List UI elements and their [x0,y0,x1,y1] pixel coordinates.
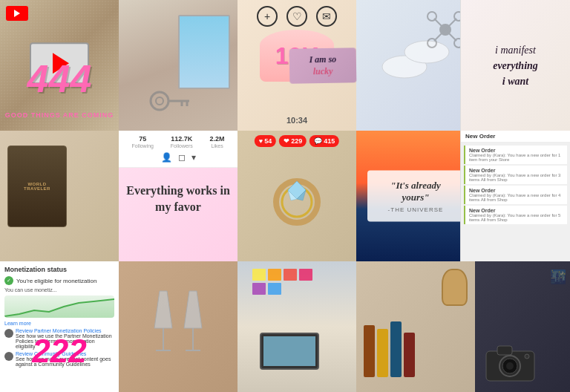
sticky-2 [268,269,281,281]
person-icon: 👤 [161,152,172,163]
monetization-header: Monetization status [4,266,114,273]
passport-bg: WORLD TRAVELER [0,131,119,261]
drone-bg [356,0,475,131]
tiktok-counters: ♥ 54 ❤ 229 💬 415 [255,135,339,147]
check-icon: ✓ [4,276,13,285]
svg-point-10 [428,12,436,21]
sticky-3 [284,269,297,281]
cell-books [356,261,475,392]
svg-point-30 [506,362,514,370]
cell-keys-apartment [119,0,238,131]
cell-youtube-444: 444 GOOD THINGS ARE COMING [0,0,119,131]
lucky-banner: I am so lucky [289,48,357,84]
svg-point-12 [428,39,436,48]
cell-drinks [119,261,238,392]
number-444: 444 [27,56,92,101]
cell-passport: WORLD TRAVELER [0,131,119,261]
youtube-logo-icon [6,6,28,21]
ring-bg [238,131,356,261]
svg-marker-19 [4,299,114,318]
policy-icon-2 [4,352,13,361]
analytics-chart [4,295,114,318]
heart-icon-2: ❤ [284,137,289,145]
eligible-text: You're eligible for monetization [16,278,96,284]
svg-point-1 [156,97,163,105]
svg-point-0 [151,92,168,110]
apartment-bg [119,0,238,131]
learn-more-link[interactable]: Learn more [4,321,114,326]
instagram-icon: ◻ [178,152,186,163]
window-view [178,15,230,89]
sticky-5 [252,283,266,295]
action-buttons-row: + ♡ ✉ [257,6,337,27]
message-icon[interactable]: ✉ [316,6,337,27]
comment-icon: 💬 [314,137,322,145]
book-1 [364,325,375,377]
cell-camera-dark: 🌃 [475,261,570,392]
book-4 [404,333,415,377]
books-bg [356,261,475,392]
hearts-counter: ❤ 229 [279,135,307,147]
shopify-orders-overlay: New Order New Order Claimed by (Kara): Y… [460,131,570,261]
timestamp-1034: 10:34 [286,116,307,125]
stat-following: 75 Following [131,135,154,149]
quote-author: -THE UNIVERSE [379,206,452,213]
order-item-2: New Order Claimed by (Kara): You have a … [464,166,567,184]
cell-drone-shoes [356,0,475,131]
manifest-overlay-text: i manifesteverythingi want [493,42,538,89]
orders-header-text: New Order [465,133,495,140]
sticky-4 [299,269,312,281]
city-lights: 🌃 [550,269,566,285]
glasses-icon [141,284,215,373]
cell-monetization-222: Monetization status ✓ You're eligible fo… [0,261,119,392]
svg-point-31 [525,354,529,359]
chart-svg [4,295,114,318]
keys-icon [148,86,193,116]
sticky-6 [268,283,281,295]
stats-row: 75 Following 112.7K Followers 2.2M Likes [123,135,233,149]
dark-bg: 🌃 [475,261,570,392]
sticky-1 [252,269,266,281]
cell-ring-tiktok: ♥ 54 ❤ 229 💬 415 [238,131,356,261]
cell-study-desk [238,261,356,392]
sticky-notes-wall [252,269,327,295]
desk-laptop [260,333,319,370]
drinks-bg [119,261,238,392]
cell-instagram-everything: 75 Following 112.7K Followers 2.2M Likes… [119,131,238,261]
comments-counter: 💬 415 [309,135,339,147]
passport-label: WORLD TRAVELER [15,182,59,191]
good-things-text: GOOD THINGS ARE COMING [5,111,114,119]
monetization-eligible-row: ✓ You're eligible for monetization [4,276,114,285]
number-222: 222 [32,333,86,370]
passport-book: WORLD TRAVELER [7,146,67,227]
more-icon: ▾ [191,152,196,163]
heart-icon[interactable]: ♡ [286,6,307,27]
quote-text: "It's already yours" [379,180,452,203]
action-icons-row: 👤 ◻ ▾ [123,152,233,163]
laptop-screen-sim [263,336,315,366]
stat-likes: 2.2M Likes [210,135,225,149]
order-item-1: New Order Claimed by (Kara): You have a … [464,146,567,164]
heart-icon-sm: ♥ [259,137,263,145]
policy-icon-1 [4,329,13,338]
coffee-cup [442,269,468,306]
book-stack [364,318,415,377]
manifest-top-section: i manifesteverythingi want [461,0,570,131]
add-icon[interactable]: + [257,6,278,27]
ring-icon [267,172,327,232]
everything-works-text: Everything works in my favor [126,183,230,216]
camera-icon [482,340,542,385]
can-use-text: You can use monetiz... [4,287,114,293]
desk-bg [238,261,356,392]
universe-quote-box: "It's already yours" -THE UNIVERSE [367,171,464,222]
lucky-text: I am so lucky [298,53,348,77]
orders-list: New Order Claimed by (Kara): You have a … [461,143,570,227]
svg-marker-23 [184,291,202,328]
svg-marker-20 [154,291,172,328]
instagram-stats-bar: 75 Following 112.7K Followers 2.2M Likes… [119,131,238,168]
order-item-3: New Order Claimed by (Kara): You have a … [464,186,567,204]
book-3 [390,321,402,377]
book-2 [377,329,388,377]
cell-airplane-quote: "It's already yours" -THE UNIVERSE [356,131,475,261]
orders-header-bar: New Order [461,131,570,143]
